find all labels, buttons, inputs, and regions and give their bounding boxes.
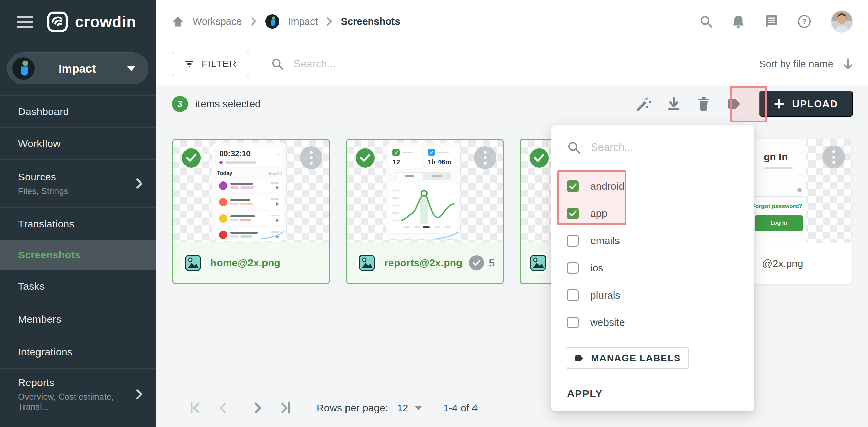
bulk-actions	[632, 90, 745, 117]
approved-count: 5	[469, 255, 495, 270]
divider	[551, 378, 754, 378]
caret-down-icon	[415, 406, 422, 410]
delete-trash-icon[interactable]	[692, 90, 716, 117]
checkbox-plurals[interactable]	[567, 289, 579, 301]
image-file-icon	[356, 252, 377, 273]
image-file-icon	[528, 252, 549, 273]
card-footer: reports@2x.png 5	[347, 242, 503, 283]
project-name: Impact	[59, 62, 96, 75]
breadcrumb: Workspace Impact Screenshots	[172, 14, 400, 29]
sidebar-item-sublabel: Files, Strings	[18, 186, 68, 196]
search-placeholder: Search...	[591, 141, 633, 154]
sort-control[interactable]: Sort by file name	[759, 58, 853, 70]
upload-button[interactable]: UPLOAD	[759, 91, 853, 117]
plus-icon	[774, 99, 784, 109]
label-option-ios[interactable]: ios	[551, 254, 754, 282]
sidebar-item-screenshots[interactable]: Screenshots	[0, 240, 156, 270]
selected-count-text: items selected	[195, 98, 261, 110]
screenshot-filename[interactable]: home@2x.png	[210, 257, 280, 269]
search-icon	[271, 58, 284, 70]
svg-text:?: ?	[802, 17, 807, 26]
manage-labels-button[interactable]: MANAGE LABELS	[566, 347, 689, 369]
last-page-icon[interactable]	[274, 397, 296, 419]
label-option-app[interactable]: app	[551, 200, 754, 227]
screenshot-card-home[interactable]: 00:32:10› TodaySee All	[172, 139, 330, 284]
sidebar-item-tasks[interactable]: Tasks	[0, 270, 156, 303]
apply-button[interactable]: APPLY	[567, 388, 603, 399]
pagination-range: 1-4 of 4	[443, 402, 478, 414]
screenshot-filename[interactable]: reports@2x.png	[384, 257, 462, 269]
project-selector[interactable]: Impact	[7, 52, 148, 84]
home-icon[interactable]	[172, 16, 184, 27]
notifications-bell-icon[interactable]	[732, 14, 745, 29]
selected-check-icon[interactable]	[530, 148, 549, 168]
search-input[interactable]: Search...	[271, 58, 336, 70]
project-avatar	[12, 57, 35, 80]
search-icon[interactable]	[699, 15, 713, 28]
breadcrumb-current-page: Screenshots	[341, 16, 400, 27]
card-footer: home@2x.png	[173, 242, 329, 283]
chevron-down-icon	[127, 66, 136, 71]
screenshot-thumbnail: 12 1h 46m	[347, 140, 503, 242]
first-page-icon[interactable]	[184, 397, 206, 419]
rows-per-page-label: Rows per page:	[317, 402, 388, 414]
sidebar-item-integrations[interactable]: Integrations	[0, 336, 156, 368]
screenshot-filename[interactable]: @2x.png	[762, 258, 803, 269]
filter-icon	[184, 60, 194, 68]
divider	[0, 420, 156, 420]
card-menu-kebab-icon[interactable]	[822, 146, 845, 168]
sidebar-item-sources[interactable]: Sources Files, Strings	[0, 160, 156, 207]
thumbnail-report-mockup: 12 1h 46m	[386, 143, 460, 239]
user-avatar[interactable]	[831, 10, 853, 33]
sidebar-item-sublabel: Overview, Cost estimate, Transl...	[18, 392, 142, 412]
auto-tag-wand-icon[interactable]	[632, 90, 656, 117]
label-tag-icon[interactable]	[722, 90, 745, 117]
topbar: Workspace Impact Screenshots ?	[156, 0, 868, 43]
selected-check-icon[interactable]	[356, 148, 375, 168]
crowdin-logo-icon	[47, 11, 68, 32]
messages-icon[interactable]	[764, 15, 778, 28]
checkbox-app[interactable]	[567, 208, 579, 219]
checkbox-android[interactable]	[567, 180, 579, 192]
checkbox-website[interactable]	[567, 317, 579, 328]
pagination-bar: Rows per page: 12 1-4 of 4	[184, 395, 478, 421]
label-option-android[interactable]: android	[551, 173, 754, 200]
screenshot-card-reports[interactable]: 12 1h 46m	[346, 139, 504, 284]
card-menu-kebab-icon[interactable]	[474, 146, 496, 169]
label-option-website[interactable]: website	[551, 309, 754, 336]
brand-name: crowdin	[75, 13, 136, 31]
selected-check-icon[interactable]	[182, 148, 201, 168]
filter-button[interactable]: FILTER	[172, 52, 249, 76]
label-option-plurals[interactable]: plurals	[551, 282, 754, 309]
prev-page-icon[interactable]	[212, 397, 234, 419]
sidebar-item-members[interactable]: Members	[0, 303, 156, 336]
sidebar-item-translations[interactable]: Translations	[0, 208, 156, 240]
sidebar-item-reports[interactable]: Reports Overview, Cost estimate, Transl.…	[0, 369, 156, 420]
checkbox-ios[interactable]	[567, 262, 579, 274]
sidebar-header: crowdin	[0, 0, 156, 43]
topbar-icons: ?	[699, 10, 853, 33]
chevron-right-icon	[251, 17, 256, 26]
label-list: android app emails ios plurals website	[551, 170, 754, 336]
sidebar-item-dashboard[interactable]: Dashboard	[0, 96, 156, 127]
content-header: FILTER Search... Sort by file name	[156, 43, 868, 85]
breadcrumb-project[interactable]: Impact	[288, 16, 318, 27]
rows-per-page-select[interactable]: 12	[397, 402, 422, 414]
sidebar-item-workflow[interactable]: Workflow	[0, 128, 156, 159]
search-placeholder: Search...	[293, 58, 336, 70]
chevron-right-icon	[136, 389, 143, 400]
menu-icon[interactable]	[17, 16, 33, 28]
label-search-input[interactable]: Search...	[551, 125, 754, 170]
next-page-icon[interactable]	[247, 397, 269, 419]
sidebar-nav: Dashboard Workflow Sources Files, String…	[0, 95, 156, 420]
search-icon	[567, 141, 581, 154]
label-option-emails[interactable]: emails	[551, 227, 754, 254]
card-menu-kebab-icon[interactable]	[300, 146, 322, 169]
download-icon[interactable]	[662, 90, 686, 117]
checkbox-emails[interactable]	[567, 235, 579, 247]
chevron-right-icon	[327, 17, 332, 26]
brand-logo[interactable]: crowdin	[47, 11, 136, 32]
breadcrumb-workspace[interactable]: Workspace	[193, 16, 242, 27]
help-icon[interactable]: ?	[797, 14, 811, 29]
image-file-icon	[182, 252, 204, 273]
